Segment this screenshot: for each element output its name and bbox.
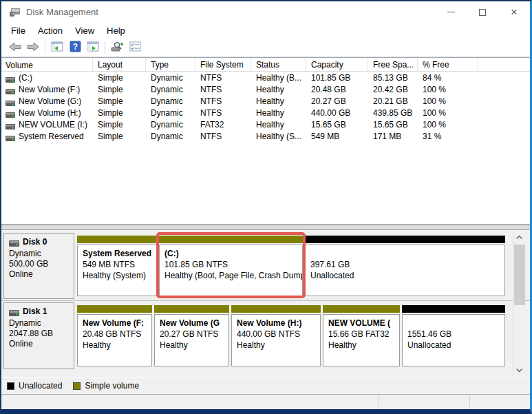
column-header-free-space[interactable]: Free Spa... bbox=[368, 58, 418, 71]
partition-color-bar bbox=[159, 236, 303, 243]
menu-action[interactable]: Action bbox=[32, 24, 69, 37]
help-icon: ? bbox=[70, 41, 81, 54]
cell-capacity: 15.65 GB bbox=[306, 120, 368, 130]
column-header-file-system[interactable]: File System bbox=[195, 58, 251, 71]
cell-pct-free: 100 % bbox=[418, 85, 478, 94]
column-header-layout[interactable]: Layout bbox=[93, 58, 146, 71]
volume-icon bbox=[6, 99, 15, 104]
disk-1-row: Disk 1 Dynamic 2047.88 GB Online New Vol… bbox=[1, 301, 530, 371]
partition-name: New Volume (G bbox=[160, 318, 227, 329]
disk-1-label[interactable]: Disk 1 Dynamic 2047.88 GB Online bbox=[3, 302, 74, 369]
partition-name: New Volume (F: bbox=[83, 318, 150, 329]
legend-label: Simple volume bbox=[85, 381, 139, 391]
partition-status: Healthy (System) bbox=[83, 270, 155, 281]
cell-file-system: NTFS bbox=[195, 108, 251, 118]
disk-state: Online bbox=[9, 269, 71, 280]
menu-file[interactable]: File bbox=[5, 24, 32, 37]
partition-unallocated[interactable]: 1551.46 GB Unallocated bbox=[402, 305, 505, 366]
scroll-up-button[interactable] bbox=[513, 231, 526, 243]
action-pane-button[interactable] bbox=[84, 40, 102, 56]
partition-color-bar bbox=[77, 305, 152, 313]
partition-status: Healthy bbox=[328, 340, 398, 351]
forward-arrow-icon bbox=[26, 42, 40, 54]
menu-bar: File Action View Help bbox=[1, 23, 530, 39]
help-button[interactable]: ? bbox=[66, 40, 84, 56]
pane-splitter[interactable] bbox=[1, 225, 530, 230]
minimize-button[interactable] bbox=[435, 1, 467, 23]
partition-g-drive[interactable]: New Volume (G 20.27 GB NTFS Healthy bbox=[154, 305, 229, 366]
disk-0-partitions: System Reserved 549 MB NTFS Healthy (Sys… bbox=[74, 233, 508, 299]
minimize-icon bbox=[447, 12, 455, 12]
disk-name: Disk 1 bbox=[23, 307, 47, 316]
partition-detail: 15.66 GB FAT32 bbox=[328, 329, 398, 340]
vertical-scrollbar[interactable] bbox=[513, 231, 525, 376]
partition-name bbox=[407, 318, 503, 329]
column-header-volume[interactable]: Volume bbox=[1, 58, 93, 71]
cell-capacity: 20.48 GB bbox=[306, 85, 368, 94]
partition-name: System Reserved bbox=[83, 248, 155, 259]
volume-name: System Reserved bbox=[19, 132, 84, 141]
cell-pct-free: 84 % bbox=[418, 73, 478, 83]
partition-system-reserved[interactable]: System Reserved 549 MB NTFS Healthy (Sys… bbox=[77, 236, 157, 296]
disk-0-label[interactable]: Disk 0 Dynamic 500.00 GB Online bbox=[3, 233, 74, 299]
toolbar-separator bbox=[105, 41, 105, 54]
volume-name: New Volume (G:) bbox=[19, 96, 81, 106]
close-button[interactable]: ✕ bbox=[498, 1, 530, 23]
partition-name: New Volume (H:) bbox=[237, 318, 319, 329]
volume-icon bbox=[6, 134, 15, 139]
disk-icon bbox=[9, 239, 19, 245]
app-icon bbox=[9, 8, 21, 17]
unallocated-swatch-icon bbox=[7, 382, 14, 390]
partition-i-drive[interactable]: NEW VOLUME ( 15.66 GB FAT32 Healthy bbox=[323, 305, 400, 366]
forward-button[interactable] bbox=[24, 40, 42, 56]
simple-volume-swatch-icon bbox=[73, 382, 81, 390]
menu-view[interactable]: View bbox=[69, 24, 100, 37]
back-button[interactable] bbox=[6, 40, 24, 56]
window-title: Disk Management bbox=[26, 7, 98, 17]
console-tree-button[interactable] bbox=[48, 40, 66, 56]
scrollbar-track[interactable] bbox=[513, 243, 526, 364]
table-row[interactable]: New Volume (G:) Simple Dynamic NTFS Heal… bbox=[1, 95, 530, 107]
partition-detail: 20.48 GB NTFS bbox=[83, 329, 150, 340]
column-header-capacity[interactable]: Capacity bbox=[306, 58, 368, 71]
cell-pct-free: 31 % bbox=[418, 132, 478, 141]
disk-icon bbox=[9, 309, 19, 315]
cell-status: Healthy (B... bbox=[251, 73, 306, 83]
cell-status: Healthy bbox=[251, 85, 306, 94]
cell-file-system: NTFS bbox=[195, 96, 251, 106]
disk-name: Disk 0 bbox=[23, 237, 47, 247]
cell-type: Dynamic bbox=[146, 132, 195, 141]
cell-free-space: 439.85 GB bbox=[368, 108, 418, 118]
scrollbar-thumb[interactable] bbox=[514, 245, 525, 305]
cell-type: Dynamic bbox=[146, 96, 195, 106]
volume-icon bbox=[6, 122, 15, 127]
table-row[interactable]: New Volume (H:) Simple Dynamic NTFS Heal… bbox=[1, 107, 530, 118]
back-arrow-icon bbox=[8, 42, 22, 54]
maximize-button[interactable] bbox=[467, 1, 498, 23]
cell-free-space: 171 MB bbox=[368, 132, 418, 141]
column-header-type[interactable]: Type bbox=[146, 58, 195, 71]
table-row[interactable]: System Reserved Simple Dynamic NTFS Heal… bbox=[1, 130, 530, 142]
legend-unallocated: Unallocated bbox=[7, 381, 62, 391]
disk-view-button[interactable] bbox=[108, 40, 126, 56]
cell-pct-free: 100 % bbox=[418, 108, 478, 118]
legend-bar: Unallocated Simple volume bbox=[1, 377, 530, 395]
table-row[interactable]: NEW VOLUME (I:) Simple Dynamic FAT32 Hea… bbox=[1, 118, 530, 130]
properties-button[interactable] bbox=[126, 40, 144, 56]
menu-help[interactable]: Help bbox=[100, 24, 131, 37]
table-row[interactable]: (C:) Simple Dynamic NTFS Healthy (B... 1… bbox=[1, 72, 530, 83]
partition-f-drive[interactable]: New Volume (F: 20.48 GB NTFS Healthy bbox=[77, 305, 152, 366]
status-bar bbox=[1, 395, 530, 409]
volume-name: (C:) bbox=[19, 73, 32, 83]
cell-status: Healthy bbox=[251, 120, 306, 130]
partition-c-drive[interactable]: (C:) 101.85 GB NTFS Healthy (Boot, Page … bbox=[159, 236, 303, 296]
column-header-pct-free[interactable]: % Free bbox=[418, 58, 478, 71]
column-header-status[interactable]: Status bbox=[251, 58, 306, 71]
scroll-down-button[interactable] bbox=[513, 364, 526, 376]
partition-unallocated[interactable]: 397.61 GB Unallocated bbox=[305, 236, 505, 296]
cell-capacity: 549 MB bbox=[306, 132, 368, 141]
partition-h-drive[interactable]: New Volume (H:) 440.00 GB NTFS Healthy bbox=[231, 305, 321, 366]
cell-capacity: 101.85 GB bbox=[306, 73, 368, 83]
cell-layout: Simple bbox=[93, 132, 146, 141]
table-row[interactable]: New Volume (F:) Simple Dynamic NTFS Heal… bbox=[1, 83, 530, 95]
